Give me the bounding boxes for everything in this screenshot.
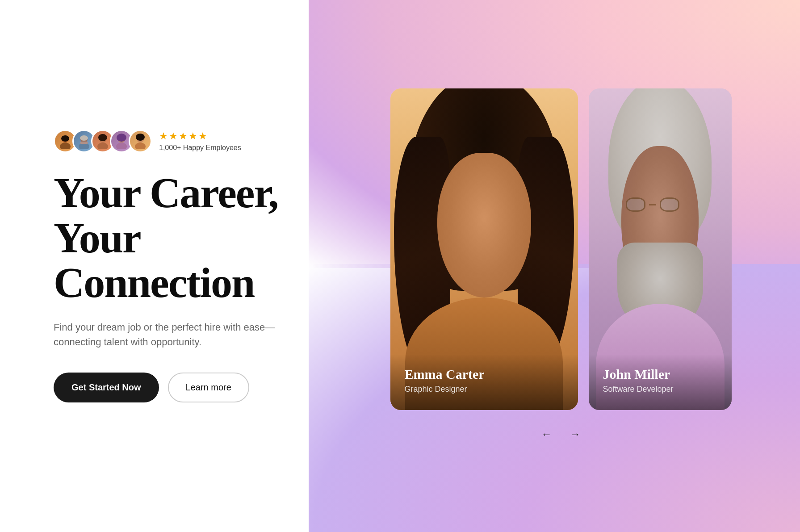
cta-row: Get Started Now Learn more <box>54 373 322 402</box>
get-started-button[interactable]: Get Started Now <box>54 373 159 402</box>
card-info-emma: Emma Carter Graphic Designer <box>390 354 578 410</box>
avatar <box>129 130 152 153</box>
avatar-group <box>54 130 152 153</box>
avatar-face-5 <box>130 131 151 151</box>
star-1: ★ <box>159 130 168 142</box>
glasses-lens-left <box>626 197 645 212</box>
headline-line2: Your Connection <box>54 214 254 307</box>
prev-arrow-button[interactable]: ← <box>537 424 557 444</box>
card-role-emma: Graphic Designer <box>405 385 564 394</box>
svg-point-9 <box>98 134 107 141</box>
right-content: Emma Carter Graphic Designer <box>348 88 773 444</box>
svg-point-14 <box>135 142 146 149</box>
card-role-john: Software Developer <box>603 385 717 394</box>
svg-point-11 <box>116 142 127 149</box>
social-proof: ★ ★ ★ ★ ★ 1,000+ Happy Employees <box>54 130 322 153</box>
cards-row: Emma Carter Graphic Designer <box>390 88 732 410</box>
svg-point-12 <box>117 134 126 142</box>
svg-point-5 <box>80 135 88 141</box>
stars-row: ★ ★ ★ ★ ★ <box>159 130 241 142</box>
svg-point-8 <box>97 142 108 149</box>
nav-arrows: ← → <box>537 424 585 444</box>
left-content: ★ ★ ★ ★ ★ 1,000+ Happy Employees Your Ca… <box>54 130 322 402</box>
page-container: ★ ★ ★ ★ ★ 1,000+ Happy Employees Your Ca… <box>0 0 800 532</box>
star-5: ★ <box>198 130 207 142</box>
subheadline: Find your dream job or the perfect hire … <box>54 320 286 349</box>
profile-card-john: John Miller Software Developer <box>589 88 732 410</box>
glasses-bridge <box>649 204 656 205</box>
learn-more-button[interactable]: Learn more <box>168 373 249 402</box>
card-name-emma: Emma Carter <box>405 367 564 382</box>
headline: Your Career, Your Connection <box>54 171 322 306</box>
card-info-john: John Miller Software Developer <box>589 354 732 410</box>
card-name-john: John Miller <box>603 367 717 382</box>
svg-rect-6 <box>80 142 88 144</box>
svg-point-1 <box>60 142 71 149</box>
rating-block: ★ ★ ★ ★ ★ 1,000+ Happy Employees <box>159 130 241 152</box>
star-3: ★ <box>179 130 188 142</box>
svg-point-2 <box>61 135 69 142</box>
emma-face <box>437 153 531 297</box>
john-glasses <box>626 197 695 230</box>
star-2: ★ <box>169 130 178 142</box>
star-4: ★ <box>188 130 197 142</box>
next-arrow-button[interactable]: → <box>565 424 585 444</box>
rating-label: 1,000+ Happy Employees <box>159 144 241 152</box>
glasses-lens-right <box>660 197 679 212</box>
svg-point-15 <box>136 134 145 141</box>
headline-line1: Your Career, <box>54 169 278 217</box>
glasses-frame <box>626 197 695 212</box>
profile-card-emma: Emma Carter Graphic Designer <box>390 88 578 410</box>
